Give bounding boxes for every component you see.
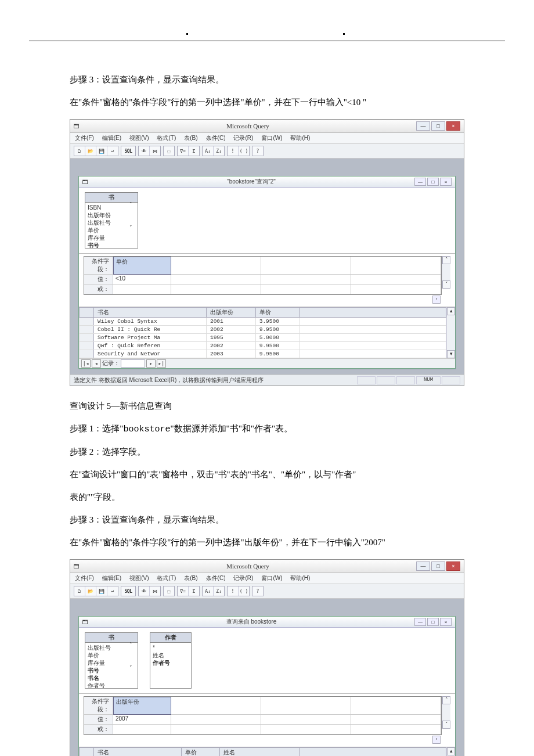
criteria-value-1[interactable]: <10	[113, 275, 171, 285]
vscroll-down-icon[interactable]: ˅	[442, 280, 450, 289]
field-item[interactable]: 作者号	[153, 659, 189, 667]
toolbar-button[interactable]: ?	[252, 586, 263, 596]
toolbar-button[interactable]: 🗋	[74, 146, 85, 156]
column-header[interactable]: 书名	[94, 308, 207, 318]
field-item[interactable]: 书名	[88, 674, 135, 682]
menu-item[interactable]: 视图(V)	[129, 134, 149, 142]
inner-minimize[interactable]: —	[414, 178, 426, 186]
table-box-book[interactable]: 书 ISBN出版年份出版社号单价库存量书号 ˄˅	[85, 192, 138, 249]
table-row[interactable]: Cobol II : Quick Re20029.9500	[80, 326, 446, 334]
table-row[interactable]: Security and Networ20039.9500	[80, 350, 446, 358]
field-item[interactable]: 出版年份	[88, 211, 135, 219]
column-header[interactable]: 单价	[255, 308, 300, 318]
results-grid[interactable]: 书名单价姓名Software Specificat52.9500Eldred, …	[79, 747, 446, 756]
criteria-or-1[interactable]	[113, 285, 171, 294]
toolbar-button[interactable]: 📂	[85, 586, 96, 596]
column-header[interactable]: 出版年份	[206, 308, 255, 318]
toolbar-button[interactable]: ∇=	[178, 146, 189, 156]
toolbar-button[interactable]: 👁	[139, 146, 150, 156]
vscroll-up-icon[interactable]: ▴	[447, 747, 455, 755]
field-item[interactable]: 单价	[88, 651, 135, 659]
menu-item[interactable]: 条件(C)	[206, 574, 226, 582]
criteria-value-1[interactable]: 2007	[113, 715, 171, 725]
field-item[interactable]: ISBN	[88, 204, 135, 211]
field-item[interactable]: 出版社号	[88, 644, 135, 651]
column-header[interactable]: 书名	[94, 748, 182, 757]
criteria-field-1[interactable]: 单价	[113, 257, 171, 275]
vscroll-up-icon[interactable]: ˄	[442, 256, 450, 264]
toolbar-button[interactable]: ⬚	[164, 146, 174, 156]
menu-item[interactable]: 格式(T)	[157, 134, 176, 142]
field-item[interactable]: 出版社号	[88, 219, 135, 226]
toolbar-button[interactable]: Σ	[189, 146, 199, 156]
toolbar-button[interactable]: ( )	[239, 146, 249, 156]
field-item[interactable]: 作者号	[88, 682, 135, 688]
toolbar-button[interactable]: 🗋	[74, 586, 85, 596]
table-box-author[interactable]: 作者 *姓名作者号	[150, 632, 192, 689]
menu-item[interactable]: 文件(F)	[75, 134, 94, 142]
close-button[interactable]: ×	[446, 561, 460, 571]
vscroll-up-icon[interactable]: ˄	[442, 696, 450, 704]
menu-item[interactable]: 格式(T)	[157, 574, 176, 582]
field-item[interactable]: 姓名	[153, 651, 189, 659]
record-number-input[interactable]	[121, 359, 145, 368]
inner-maximize[interactable]: □	[427, 178, 439, 186]
menu-item[interactable]: 编辑(E)	[102, 574, 121, 582]
inner-close[interactable]: ×	[440, 178, 452, 186]
hscroll-left-icon[interactable]: ‹	[432, 736, 441, 744]
criteria-or-1[interactable]	[113, 725, 171, 735]
field-item[interactable]: *	[153, 644, 189, 651]
scroll-up-icon[interactable]: ˄	[129, 201, 136, 207]
maximize-button[interactable]: □	[431, 121, 445, 131]
field-item[interactable]: 库存量	[88, 659, 135, 667]
vscroll-down-icon[interactable]: ▾	[447, 350, 455, 358]
column-header[interactable]: 单价	[182, 748, 220, 757]
criteria-field-1[interactable]: 出版年份	[113, 697, 171, 715]
inner-minimize[interactable]: —	[414, 618, 426, 626]
menu-item[interactable]: 记录(R)	[233, 134, 253, 142]
maximize-button[interactable]: □	[431, 561, 445, 571]
toolbar-button[interactable]: !	[228, 586, 239, 596]
toolbar-button[interactable]: ⬚	[164, 586, 174, 596]
scroll-down-icon[interactable]: ˅	[129, 665, 136, 671]
menu-item[interactable]: 文件(F)	[75, 574, 94, 582]
toolbar-button[interactable]: 📂	[85, 146, 96, 156]
toolbar-button[interactable]: A↓	[203, 146, 214, 156]
menu-item[interactable]: 窗口(W)	[261, 134, 282, 142]
field-item[interactable]: 库存量	[88, 234, 135, 242]
menu-item[interactable]: 表(B)	[184, 574, 197, 582]
nav-next-button[interactable]: ▸	[146, 359, 156, 368]
table-row[interactable]: Qwf : Quick Referen20029.9500	[80, 342, 446, 350]
field-item[interactable]: 书号	[88, 242, 135, 248]
table-row[interactable]: Software Project Ma19955.0000	[80, 334, 446, 342]
scroll-up-icon[interactable]: ˄	[129, 642, 136, 647]
menu-item[interactable]: 视图(V)	[129, 574, 149, 582]
toolbar-button[interactable]: ∇=	[178, 586, 189, 596]
toolbar-button[interactable]: Z↓	[214, 146, 224, 156]
toolbar-button[interactable]: A↓	[203, 586, 214, 596]
sql-button[interactable]: SQL	[121, 586, 135, 596]
menu-item[interactable]: 帮助(H)	[290, 134, 310, 142]
minimize-button[interactable]: —	[416, 121, 430, 131]
menu-item[interactable]: 表(B)	[184, 134, 197, 142]
menu-item[interactable]: 编辑(E)	[102, 134, 121, 142]
menu-item[interactable]: 记录(R)	[233, 574, 253, 582]
toolbar-button[interactable]: ( )	[239, 586, 249, 596]
menu-item[interactable]: 条件(C)	[206, 134, 226, 142]
vscroll-up-icon[interactable]: ▴	[447, 307, 455, 315]
inner-maximize[interactable]: □	[427, 618, 439, 626]
menu-item[interactable]: 窗口(W)	[261, 574, 282, 582]
toolbar-button[interactable]: Z↓	[214, 586, 224, 596]
table-row[interactable]: Wiley Cobol Syntax20013.9500	[80, 318, 446, 326]
minimize-button[interactable]: —	[416, 561, 430, 571]
close-button[interactable]: ×	[446, 121, 460, 131]
table-box-book[interactable]: 书 出版社号单价库存量书号书名作者号 ˄˅	[85, 632, 138, 689]
column-header[interactable]: 姓名	[220, 748, 300, 757]
vscroll-down-icon[interactable]: ˅	[442, 721, 450, 729]
field-item[interactable]: 单价	[88, 226, 135, 234]
field-item[interactable]: 书号	[88, 667, 135, 674]
toolbar-button[interactable]: !	[228, 146, 239, 156]
toolbar-button[interactable]: ↩	[107, 146, 118, 156]
toolbar-button[interactable]: ⋈	[150, 586, 160, 596]
toolbar-button[interactable]: Σ	[189, 586, 199, 596]
